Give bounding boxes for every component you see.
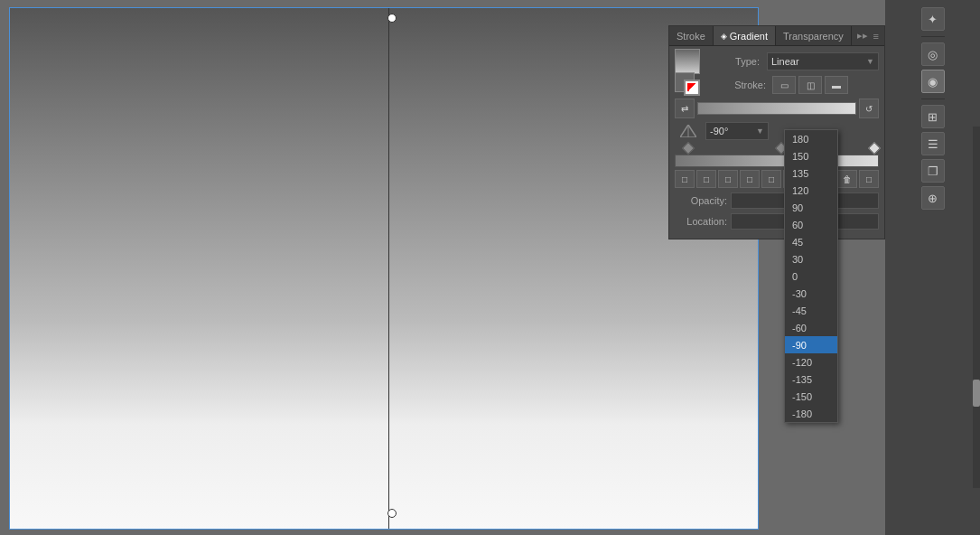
- angle-option-0[interactable]: 0: [785, 268, 837, 285]
- panel-body: Type: Linear ▼ Stroke: ▭ ◫: [669, 46, 884, 239]
- angle-option-60[interactable]: 60: [785, 216, 837, 233]
- angle-option-30[interactable]: 30: [785, 250, 837, 268]
- gradient-stops-section: [675, 144, 879, 167]
- stop-extra-btn[interactable]: □: [859, 170, 879, 188]
- angle-option-135[interactable]: 135: [785, 164, 837, 182]
- type-value: Linear: [771, 56, 799, 67]
- tab-transparency-label: Transparency: [783, 31, 844, 42]
- middle-icon-row: ⇄ ↺: [675, 99, 879, 118]
- stop-btn-5[interactable]: □: [761, 170, 781, 188]
- panel-icon-target[interactable]: ◉: [921, 70, 945, 93]
- angle-option-45[interactable]: 45: [785, 233, 837, 250]
- tab-gradient[interactable]: ◈ Gradient: [714, 26, 776, 45]
- angle-input[interactable]: -90° ▼: [705, 122, 769, 140]
- angle-row: -90° ▼: [675, 122, 879, 140]
- canvas-document: [9, 7, 759, 530]
- angle-dropdown-arrow[interactable]: ▼: [756, 127, 764, 136]
- angle-option-90[interactable]: 90: [785, 199, 837, 216]
- panel-menu-icon[interactable]: ≡: [872, 31, 881, 42]
- stroke-btn-1[interactable]: ▭: [772, 76, 796, 94]
- stroke-label: Stroke:: [714, 80, 766, 90]
- divider-2: [921, 99, 945, 99]
- gradient-bar-main: [675, 155, 879, 167]
- location-row: Location:: [675, 212, 879, 230]
- angle-option-120[interactable]: 120: [785, 182, 837, 199]
- location-label: Location:: [675, 216, 727, 227]
- opacity-label: Opacity:: [675, 195, 727, 206]
- angle-option-neg120[interactable]: -120: [785, 353, 837, 371]
- stroke-swatch-inner: [687, 83, 696, 92]
- gradient-panel: Stroke ◈ Gradient Transparency ▸▸ ≡ Type…: [668, 25, 885, 239]
- stop-btn-2[interactable]: □: [696, 170, 716, 188]
- panel-menu-expand-icon[interactable]: ▸▸: [855, 30, 870, 42]
- type-row: Type: Linear ▼: [675, 52, 879, 71]
- angle-option-neg60[interactable]: -60: [785, 319, 837, 336]
- stop-btn-3[interactable]: □: [718, 170, 738, 188]
- angle-option-150[interactable]: 150: [785, 147, 837, 164]
- angle-option-neg135[interactable]: -135: [785, 371, 837, 388]
- scrollbar-thumb[interactable]: [973, 380, 980, 407]
- type-label: Type:: [707, 56, 760, 67]
- icon-reverse[interactable]: ↺: [859, 99, 879, 118]
- tab-stroke[interactable]: Stroke: [669, 26, 714, 45]
- stop-delete-btn[interactable]: 🗑: [837, 170, 857, 188]
- panel-icon-layers[interactable]: ☰: [921, 132, 945, 155]
- panel-icon-pin[interactable]: ✦: [921, 7, 945, 31]
- gradient-handle-bottom[interactable]: [387, 509, 397, 518]
- stroke-btn-3[interactable]: ▬: [825, 76, 848, 94]
- stop-btn-4[interactable]: □: [740, 170, 760, 188]
- gradient-icons-row: □ □ □ □ □ □ 🗑 □: [675, 170, 879, 188]
- tab-transparency[interactable]: Transparency: [776, 26, 852, 45]
- angle-dropdown: 180 150 135 120 90 60 45 30 0 -30 -45 -6…: [784, 129, 838, 423]
- stroke-swatch-bottom: [684, 80, 700, 96]
- stop-btn-1[interactable]: □: [675, 170, 695, 188]
- stop-diamond-3[interactable]: [868, 142, 881, 155]
- type-select[interactable]: Linear ▼: [767, 52, 879, 70]
- angle-option-neg30[interactable]: -30: [785, 285, 837, 302]
- tab-gradient-label: Gradient: [730, 31, 768, 42]
- gradient-line: [388, 7, 389, 530]
- panel-icon-circle[interactable]: ◎: [921, 42, 945, 66]
- gradient-bar-preview: [697, 102, 856, 115]
- tab-stroke-label: Stroke: [677, 31, 705, 42]
- panel-tabs: Stroke ◈ Gradient Transparency ▸▸ ≡: [669, 26, 884, 46]
- panel-icon-add[interactable]: ⊕: [921, 186, 945, 210]
- angle-value: -90°: [710, 126, 728, 136]
- panel-header-icons: ▸▸ ≡: [855, 26, 884, 45]
- scrollbar-track[interactable]: [973, 127, 980, 488]
- gradient-icon: ◈: [721, 32, 727, 41]
- panel-icon-copy[interactable]: ❐: [921, 159, 945, 183]
- panel-icon-grid[interactable]: ⊞: [921, 105, 945, 128]
- stops-diamonds-row: [675, 144, 879, 153]
- angle-triangle-icon: [675, 122, 702, 140]
- angle-option-180[interactable]: 180: [785, 130, 837, 147]
- stroke-row: Stroke: ▭ ◫ ▬: [675, 75, 879, 95]
- gradient-handle-top[interactable]: [387, 14, 397, 23]
- gradient-preview-swatch: [675, 49, 700, 74]
- angle-option-neg150[interactable]: -150: [785, 388, 837, 405]
- right-panels: ✦ ◎ ◉ ⊞ ☰ ❐ ⊕: [885, 0, 980, 535]
- icon-swap[interactable]: ⇄: [675, 99, 695, 118]
- divider-1: [921, 36, 945, 37]
- angle-option-neg45[interactable]: -45: [785, 302, 837, 319]
- stroke-btn-2[interactable]: ◫: [798, 76, 822, 94]
- stop-diamond-1[interactable]: [682, 142, 695, 155]
- angle-option-neg90[interactable]: -90: [785, 336, 837, 353]
- angle-option-neg180[interactable]: -180: [785, 405, 837, 422]
- type-select-arrow-icon: ▼: [866, 57, 874, 66]
- opacity-row: Opacity:: [675, 192, 879, 210]
